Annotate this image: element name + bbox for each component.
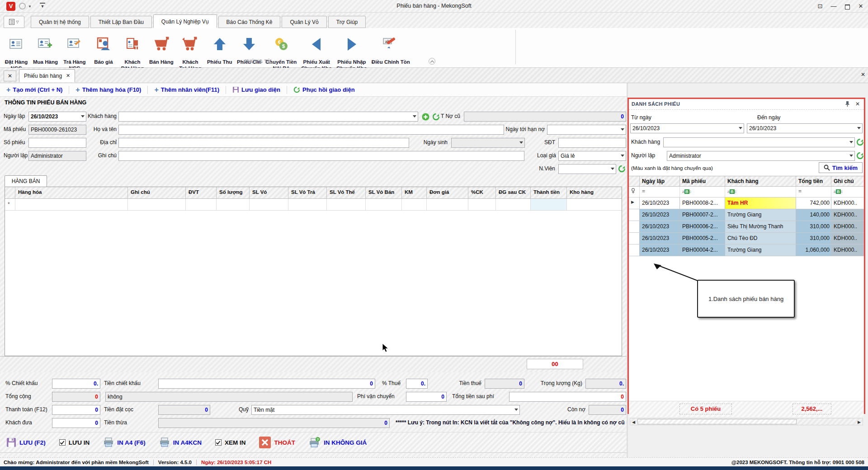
panel-khach-hang-input[interactable]	[663, 137, 855, 147]
pin-icon[interactable]	[845, 101, 852, 108]
panel-hscrollbar[interactable]: ◀ ▶	[630, 418, 863, 425]
table-row[interactable]: 26/10/2023 PBH00006-2... Siêu Thị Mường …	[629, 221, 864, 233]
save-button[interactable]: LƯU (F2)	[6, 437, 46, 447]
col-hang-hoa[interactable]: Hàng hóa	[15, 187, 128, 198]
col-dg-sau-ck[interactable]: ĐG sau CK	[496, 187, 531, 198]
panel-nguoi-lap-input[interactable]: Administrator	[667, 151, 855, 161]
in-a4-button[interactable]: IN A4 (F6)	[103, 437, 146, 447]
resize-icon[interactable]: ⊡	[816, 2, 825, 11]
pcol-ma-phieu[interactable]: Mã phiếu	[680, 176, 725, 186]
refresh-icon[interactable]	[856, 138, 864, 146]
exit-button[interactable]: THOÁT	[259, 437, 295, 448]
khach-dua-input[interactable]: 0	[52, 418, 100, 428]
col-sl-vo-ban[interactable]: SL Vỏ Bán	[366, 187, 402, 198]
col-so-luong[interactable]: Số lượng	[217, 187, 250, 198]
xem-in-checkbox[interactable]: XEM IN	[215, 439, 246, 446]
nvien-input[interactable]	[558, 164, 616, 174]
table-row[interactable]: 26/10/2023 PBH00005-2... Chú Tèo ĐD 310,…	[629, 233, 864, 244]
table-row[interactable]: 26/10/2023 PBH00007-2... Trường Giang 14…	[629, 209, 864, 221]
close-tab-icon[interactable]: ✕	[66, 73, 70, 79]
chevron-down-icon[interactable]	[739, 127, 742, 129]
phi-van-chuyen-input[interactable]: 0	[406, 392, 447, 402]
col-thanh-tien[interactable]: Thành tiền	[531, 187, 567, 198]
thanh-toan-input[interactable]: 0	[52, 405, 100, 415]
tu-ngay-input[interactable]: 26/10/2023	[630, 123, 744, 133]
pcol-khach-hang[interactable]: Khách hàng	[725, 176, 796, 186]
tien-chiet-khau-input[interactable]: 0	[158, 379, 375, 389]
add-employee-button[interactable]: +Thêm nhân viên(F11)	[148, 83, 226, 96]
close-document-button[interactable]: ✕	[4, 70, 16, 81]
in-khong-gia-button[interactable]: ? IN KHÔNG GIÁ	[309, 437, 367, 448]
loai-gia-input[interactable]: Giá lẻ	[558, 151, 626, 161]
refresh-icon[interactable]	[856, 152, 864, 160]
tab-quan-tri-he-thong[interactable]: Quản trị hệ thống	[31, 16, 89, 28]
abc-filter-icon[interactable]: aBc	[831, 187, 864, 197]
pcol-ngay-lap[interactable]: Ngày lập	[640, 176, 680, 186]
tab-tro-giup[interactable]: Trợ Giúp	[328, 16, 366, 28]
chevron-down-icon[interactable]	[621, 128, 624, 131]
ngay-toi-han-no-input[interactable]	[547, 125, 626, 135]
panel-close-icon[interactable]: ✕	[854, 101, 861, 108]
tab-bao-cao-thong-ke[interactable]: Báo Cáo Thống Kê	[218, 16, 281, 28]
chevron-down-icon[interactable]	[611, 168, 614, 170]
den-ngay-input[interactable]: 26/10/2023	[747, 123, 863, 133]
thue-pct-input[interactable]: 0.	[406, 379, 428, 389]
document-tab-phieu-ban-hang[interactable]: Phiếu bán hàng ✕	[19, 69, 75, 82]
search-button[interactable]: Tìm kiếm	[819, 162, 863, 173]
khach-hang-input[interactable]	[118, 112, 418, 122]
ho-va-ten-input[interactable]	[118, 125, 504, 135]
scroll-right-icon[interactable]: ▶	[858, 420, 861, 424]
col-dvt[interactable]: ĐVT	[186, 187, 217, 198]
sdt-input[interactable]	[558, 138, 626, 148]
col-km[interactable]: KM	[402, 187, 427, 198]
ribbon-button-phieu-nhap-chuyen-kho[interactable]: Phiếu Nhập Chuyển Kho	[334, 29, 369, 71]
app-menu-button[interactable]: ▽	[4, 16, 24, 28]
restore-layout-button[interactable]: Phục hồi giao diện	[287, 83, 361, 96]
close-tabgroup-icon[interactable]: ✕	[861, 71, 865, 78]
pcol-tong-tien[interactable]: Tổng tiền	[796, 176, 831, 186]
ribbon-button-chuyen-tien-noi-bo[interactable]: €$ Chuyển Tiền Nội Bộ	[264, 29, 299, 71]
col-don-gia[interactable]: Đơn giá	[427, 187, 468, 198]
table-row[interactable]: ▶ 26/10/2023 PBH00008-2... Tâm HR 742,00…	[629, 197, 864, 209]
ngay-sinh-input[interactable]	[451, 138, 525, 148]
scroll-left-icon[interactable]: ◀	[632, 420, 635, 424]
col-sl-vo-tra[interactable]: SL Vỏ Trả	[288, 187, 327, 198]
save-layout-button[interactable]: Lưu giao diện	[226, 83, 287, 96]
maximize-icon[interactable]	[843, 2, 852, 11]
chevron-down-icon[interactable]	[413, 115, 416, 118]
col-sl-vo-the[interactable]: SL Vỏ Thế	[327, 187, 366, 198]
chiet-khau-pct-input[interactable]: 0.	[52, 379, 100, 389]
add-item-button[interactable]: +Thêm hàng hóa (F10)	[69, 83, 147, 96]
tab-hang-ban[interactable]: HÀNG BÁN	[5, 175, 47, 187]
tab-quan-ly-nghiep-vu[interactable]: Quản Lý Nghiệp Vụ	[153, 14, 217, 28]
chevron-down-icon[interactable]	[849, 141, 853, 143]
chevron-down-icon[interactable]	[857, 127, 861, 129]
pcol-ghi-chu[interactable]: Ghi chú	[831, 176, 864, 186]
ribbon-button-phieu-xuat-chuyen-kho[interactable]: Phiếu Xuất Chuyển Kho	[299, 29, 334, 71]
chevron-down-icon[interactable]	[514, 409, 518, 411]
ribbon-collapse-icon[interactable]	[429, 58, 435, 65]
ghi-chu-input[interactable]	[118, 151, 524, 161]
luu-in-checkbox[interactable]: LƯU IN	[59, 439, 90, 446]
panel-filter-row[interactable]: = aBc aBc = aBc	[629, 187, 864, 197]
abc-filter-icon[interactable]: aBc	[680, 187, 725, 197]
ribbon-button-dat-hang-ncc[interactable]: Đặt Hàng NCC	[2, 29, 31, 71]
quy-input[interactable]: Tiền mặt	[251, 405, 520, 415]
scrollbar-thumb[interactable]	[637, 419, 797, 424]
equals-filter-icon[interactable]: =	[796, 187, 831, 197]
dia-chi-input[interactable]	[118, 138, 409, 148]
ribbon-button-tra-hang-ncc[interactable]: Trả Hàng NCC	[60, 29, 89, 71]
equals-filter-icon[interactable]: =	[640, 187, 680, 197]
tab-thiet-lap-ban-dau[interactable]: Thiết Lập Ban Đầu	[90, 16, 152, 28]
col-ck[interactable]: %CK	[468, 187, 496, 198]
abc-filter-icon[interactable]: aBc	[725, 187, 796, 197]
chevron-down-icon[interactable]	[519, 141, 523, 144]
new-item-row[interactable]: *	[5, 199, 622, 211]
chevron-down-icon[interactable]	[849, 155, 853, 157]
ribbon-button-khach-dat-hang[interactable]: Khách Đặt Hàng	[118, 29, 147, 71]
in-a4kcn-button[interactable]: IN A4KCN	[159, 437, 202, 447]
chevron-down-icon[interactable]	[621, 155, 624, 157]
new-button[interactable]: +Tạo mới (Ctrl + N)	[0, 83, 69, 96]
minimize-icon[interactable]: —	[829, 2, 838, 11]
ribbon-button-khach-tra-hang[interactable]: Khách Trả Hàng	[176, 29, 205, 71]
